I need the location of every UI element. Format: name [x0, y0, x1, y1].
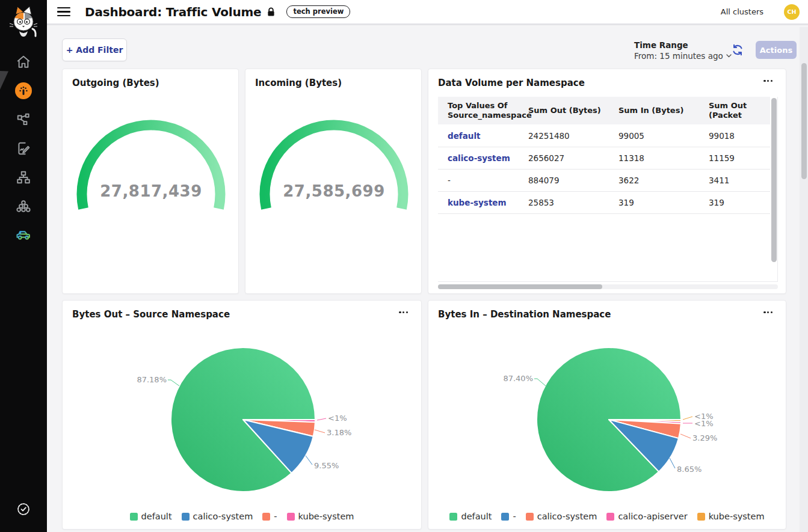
- table-cell: 319: [618, 191, 703, 213]
- workloads-icon: [16, 198, 31, 214]
- card-bytes-out-pie: Bytes Out – Source Namespace 87.18% <1% …: [62, 300, 422, 530]
- column-header: Sum Out (Bytes): [528, 97, 612, 124]
- sidebar-item-verified[interactable]: [0, 497, 47, 521]
- calico-cat-logo[interactable]: [8, 5, 39, 41]
- pie-label: 3.18%: [327, 428, 351, 437]
- pie-label: 8.65%: [677, 465, 702, 474]
- table-cell: 884079: [528, 169, 612, 191]
- table-vertical-scrollbar[interactable]: [771, 98, 777, 262]
- sidebar-item-dashboards[interactable]: [0, 79, 47, 103]
- column-header: Sum In (Bytes): [618, 97, 703, 124]
- sidebar-item-policies[interactable]: [0, 136, 47, 161]
- legend-item[interactable]: calico-system: [182, 512, 253, 521]
- avatar[interactable]: CH: [784, 4, 800, 20]
- sidebar-item-workloads[interactable]: [0, 194, 47, 218]
- page-scrollbar: [800, 27, 808, 532]
- sidebar-item-vehicle[interactable]: [0, 222, 47, 246]
- card-title: Bytes In – Destination Namespace: [438, 309, 611, 320]
- legend-item[interactable]: default: [130, 512, 172, 521]
- verified-badge-icon: [16, 501, 31, 517]
- actions-button[interactable]: Actions: [756, 41, 797, 59]
- card-bytes-in-pie: Bytes In – Destination Namespace 87.40% …: [428, 300, 786, 530]
- table-horizontal-scrollbar-track: [438, 284, 778, 289]
- legend-label: -: [274, 512, 277, 521]
- legend-item[interactable]: kube-system: [697, 512, 765, 521]
- time-range-value: From: 15 minutes ago: [634, 51, 723, 62]
- card-menu-icon[interactable]: [763, 80, 773, 82]
- table-cell: -: [448, 169, 527, 191]
- card-incoming-bytes: Incoming (Bytes) 27,585,699: [245, 69, 422, 294]
- sidebar-item-network[interactable]: [0, 165, 47, 189]
- legend-item[interactable]: default: [449, 512, 492, 521]
- network-icon: [16, 170, 31, 185]
- refresh-icon[interactable]: [731, 43, 744, 57]
- pie-label: <1%: [694, 419, 714, 428]
- sidebar-item-home[interactable]: [0, 50, 47, 74]
- card-title: Outgoing (Bytes): [72, 78, 159, 88]
- table-cell: 99018: [709, 124, 775, 147]
- column-header: Top Values Of Source_namespace: [448, 97, 527, 124]
- bytes-in-pie-chart: 87.40% <1% <1% 3.29% 8.65%: [428, 325, 787, 505]
- time-range-selector[interactable]: From: 15 minutes ago: [634, 51, 732, 62]
- bytes-out-pie-chart: 87.18% <1% 3.18% 9.55%: [63, 325, 422, 505]
- vehicle-icon: [15, 226, 32, 243]
- time-range: Time Range From: 15 minutes ago: [634, 40, 732, 61]
- card-title: Bytes Out – Source Namespace: [72, 309, 230, 320]
- table-cell: 25853: [528, 191, 612, 213]
- legend-item[interactable]: kube-system: [287, 512, 354, 521]
- card-menu-icon[interactable]: [763, 311, 773, 313]
- legend-item[interactable]: -: [262, 512, 277, 521]
- table-cell: 3622: [618, 169, 703, 191]
- table-horizontal-scrollbar[interactable]: [438, 284, 602, 289]
- card-title: Incoming (Bytes): [255, 78, 342, 88]
- page-title: Dashboard: Traffic Volume: [85, 5, 261, 19]
- page-scrollbar-thumb[interactable]: [801, 63, 807, 179]
- pie-label: 3.29%: [692, 433, 717, 442]
- card-title: Data Volume per Namespace: [438, 78, 585, 88]
- legend-swatch: [287, 513, 295, 521]
- legend-label: calico-system: [537, 512, 597, 521]
- legend-label: kube-system: [709, 512, 765, 521]
- legend-item[interactable]: calico-apiserver: [606, 512, 687, 521]
- legend-item[interactable]: -: [501, 512, 516, 521]
- table-cell: 99005: [618, 124, 703, 147]
- card-data-volume-table: Data Volume per Namespace Top Values Of …: [428, 69, 786, 294]
- gauge-value: 27,585,699: [283, 182, 384, 200]
- header: Dashboard: Traffic Volume tech preview A…: [47, 0, 808, 25]
- legend-swatch: [697, 513, 705, 521]
- pie-legend: default - calico-system calico-apiserver…: [428, 512, 786, 521]
- outgoing-gauge-chart: 27,817,439: [63, 93, 239, 261]
- card-menu-icon[interactable]: [399, 311, 408, 313]
- table-header: Top Values Of Source_namespace Sum Out (…: [438, 97, 770, 124]
- column-header: Sum Out (Packet: [709, 97, 775, 124]
- sidebar-item-service-graph[interactable]: [0, 108, 47, 132]
- time-range-label: Time Range: [634, 40, 732, 51]
- namespace-link[interactable]: kube-system: [448, 191, 527, 213]
- legend-swatch: [262, 513, 270, 521]
- legend-item[interactable]: calico-system: [526, 512, 597, 521]
- pie-legend: default calico-system - kube-system: [63, 512, 421, 521]
- legend-label: default: [461, 512, 492, 521]
- pie-label: 87.18%: [137, 375, 167, 384]
- lock-icon: [267, 7, 276, 17]
- dashboard-icon: [17, 85, 29, 97]
- pie-label: 9.55%: [314, 461, 339, 470]
- service-graph-icon: [16, 112, 31, 127]
- legend-swatch: [130, 513, 138, 521]
- cluster-selector[interactable]: All clusters: [721, 7, 763, 16]
- namespace-link[interactable]: default: [448, 124, 527, 147]
- add-filter-button[interactable]: + Add Filter: [62, 38, 127, 61]
- table-cell: 319: [709, 191, 775, 213]
- legend-label: kube-system: [298, 512, 354, 521]
- sidebar: [0, 0, 47, 532]
- home-icon: [16, 54, 31, 70]
- legend-label: default: [141, 512, 172, 521]
- table-cell: 3411: [709, 169, 775, 191]
- hamburger-menu-icon[interactable]: [57, 7, 70, 17]
- legend-swatch: [606, 513, 614, 521]
- table-cell: 2656027: [528, 147, 612, 169]
- namespace-link[interactable]: calico-system: [448, 147, 527, 169]
- table-cell: 24251480: [528, 124, 612, 147]
- legend-swatch: [182, 513, 190, 521]
- namespace-table: Top Values Of Source_namespace Sum Out (…: [438, 97, 778, 282]
